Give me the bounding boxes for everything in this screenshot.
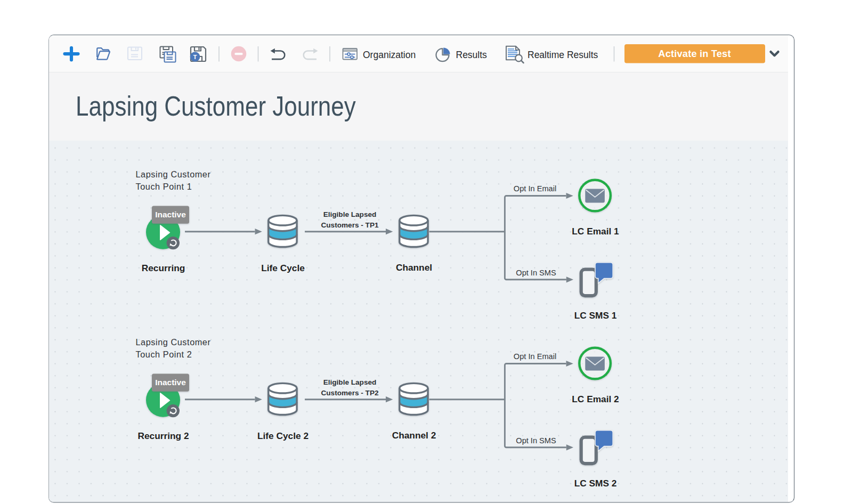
svg-text:LC SMS 1: LC SMS 1 <box>574 310 617 321</box>
svg-text:Channel 2: Channel 2 <box>392 430 436 441</box>
svg-text:Customers - TP1: Customers - TP1 <box>321 221 378 229</box>
svg-text:Activate in Test: Activate in Test <box>658 48 731 59</box>
svg-text:T: T <box>193 54 197 60</box>
svg-text:LC Email 1: LC Email 1 <box>572 226 619 237</box>
svg-text:LC Email 2: LC Email 2 <box>572 394 619 404</box>
svg-text:Lapsing Customer: Lapsing Customer <box>136 169 211 178</box>
svg-text:Channel: Channel <box>396 262 432 273</box>
svg-text:LC SMS 2: LC SMS 2 <box>574 478 617 489</box>
svg-text:Customers - TP2: Customers - TP2 <box>321 389 378 397</box>
svg-text:Recurring: Recurring <box>142 262 185 273</box>
svg-text:Opt In SMS: Opt In SMS <box>516 269 556 277</box>
svg-text:Opt In SMS: Opt In SMS <box>516 436 556 445</box>
svg-text:Touch Point 1: Touch Point 1 <box>136 181 192 191</box>
svg-text:Life Cycle 2: Life Cycle 2 <box>257 430 309 441</box>
svg-text:Recurring 2: Recurring 2 <box>137 430 189 441</box>
svg-text:Results: Results <box>456 50 488 60</box>
svg-text:Eligible Lapsed: Eligible Lapsed <box>323 378 377 386</box>
svg-text:Realtime Results: Realtime Results <box>528 50 598 60</box>
svg-text:Life Cycle: Life Cycle <box>261 262 305 273</box>
svg-text:Lapsing Customer: Lapsing Customer <box>136 337 211 346</box>
svg-text:Opt In Email: Opt In Email <box>514 184 556 193</box>
svg-text:Eligible Lapsed: Eligible Lapsed <box>323 210 377 218</box>
svg-text:Touch Point 2: Touch Point 2 <box>136 349 192 359</box>
svg-text:Organization: Organization <box>363 50 416 60</box>
svg-text:Opt In Email: Opt In Email <box>514 352 556 361</box>
